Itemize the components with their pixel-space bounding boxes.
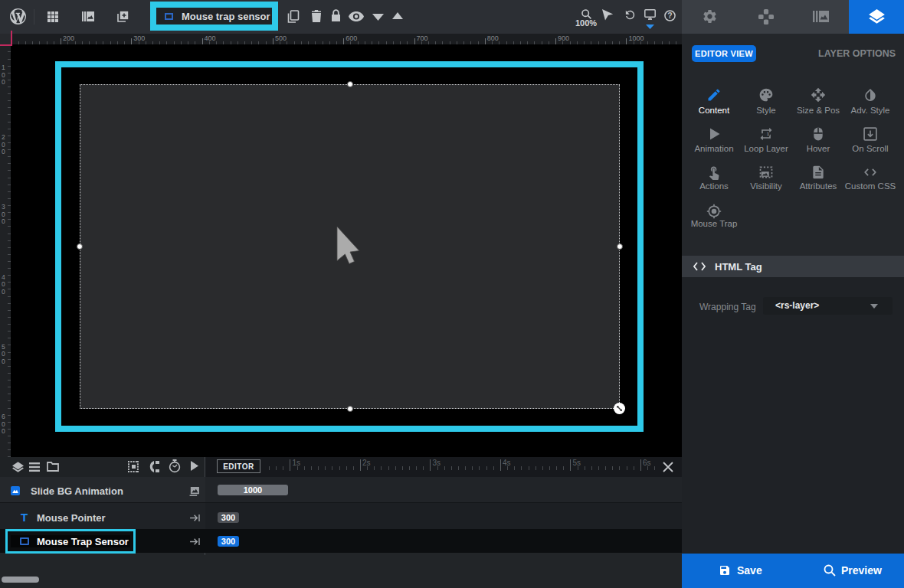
svg-text:1: 1 xyxy=(767,131,770,136)
svg-text:?: ? xyxy=(667,11,672,20)
